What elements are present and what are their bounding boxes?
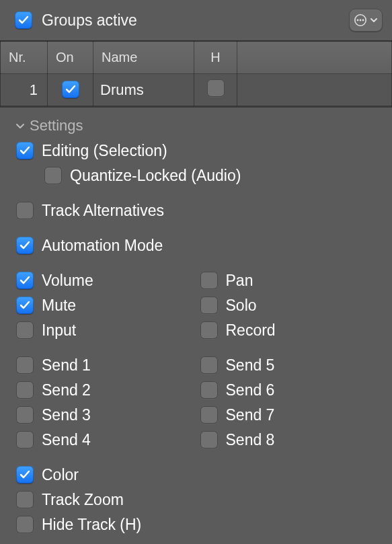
row-send8: Send 8 [200,428,378,452]
vol-pan-block: VolumeMuteInput PanSoloRecord [15,268,377,343]
send5-checkbox[interactable] [200,356,218,374]
more-icon [354,13,367,27]
solo-checkbox[interactable] [200,297,218,314]
col-header-nr[interactable]: Nr. [1,42,48,74]
row-solo: Solo [200,293,378,317]
row-record: Record [200,318,378,342]
hide-track-label: Hide Track (H) [42,516,141,534]
row-input: Input [16,318,194,342]
volume-label: Volume [42,272,93,290]
row-send6: Send 6 [200,378,378,402]
row-h-checkbox[interactable] [207,79,225,97]
record-label: Record [226,321,276,340]
send6-checkbox[interactable] [200,381,218,399]
svg-point-1 [357,20,359,22]
editing-checkbox[interactable] [16,142,34,159]
settings-header[interactable]: Settings [15,117,377,134]
groups-active-checkbox[interactable] [15,11,32,29]
volume-checkbox[interactable] [16,272,34,289]
send8-checkbox[interactable] [200,431,218,449]
send7-label: Send 7 [226,406,275,424]
table-row[interactable]: 1Drums [1,74,392,106]
cell-name[interactable]: Drums [93,74,194,106]
col-header-rest [237,42,392,74]
mute-checkbox[interactable] [16,297,34,314]
cell-h [194,74,237,106]
send2-label: Send 2 [42,381,91,399]
quantize-locked-label: Quantize-Locked (Audio) [70,167,241,185]
hide-track-checkbox[interactable] [16,516,34,533]
send7-checkbox[interactable] [200,406,218,424]
automation-mode-checkbox[interactable] [16,237,34,254]
row-automation-mode: Automation Mode [16,233,377,258]
send1-label: Send 1 [42,356,91,375]
row-editing: Editing (Selection) [16,139,377,163]
send1-checkbox[interactable] [16,356,34,374]
col-header-h[interactable]: H [194,42,237,74]
svg-point-2 [360,20,362,22]
col-header-name[interactable]: Name [93,42,194,74]
send3-checkbox[interactable] [16,406,34,424]
send4-checkbox[interactable] [16,431,34,449]
row-send5: Send 5 [200,353,378,377]
chevron-down-icon [15,120,26,131]
row-mute: Mute [16,293,194,317]
panel-header: Groups active [0,0,392,40]
chevron-down-icon [370,16,378,24]
cell-on [48,74,93,106]
solo-label: Solo [226,297,257,315]
row-color: Color [16,463,377,487]
send5-label: Send 5 [226,356,275,375]
row-hide-track: Hide Track (H) [16,512,377,537]
settings-section: Settings Editing (Selection) Quantize-Lo… [0,108,392,544]
send4-label: Send 4 [42,431,91,449]
row-quantize-locked: Quantize-Locked (Audio) [44,163,377,188]
row-send2: Send 2 [16,378,194,402]
pan-label: Pan [226,272,253,290]
input-label: Input [42,321,76,340]
row-send1: Send 1 [16,353,194,377]
settings-heading-label: Settings [30,117,83,134]
row-send3: Send 3 [16,403,194,427]
svg-point-3 [362,20,364,22]
row-volume: Volume [16,268,194,293]
quantize-locked-checkbox[interactable] [44,167,62,184]
color-label: Color [42,466,79,484]
color-checkbox[interactable] [16,466,34,483]
panel-options-menu-button[interactable] [349,9,383,32]
send8-label: Send 8 [226,431,275,449]
row-send4: Send 4 [16,428,194,452]
track-alternatives-checkbox[interactable] [16,202,34,219]
row-pan: Pan [200,268,378,293]
row-send7: Send 7 [200,403,378,427]
groups-active-label: Groups active [42,11,349,30]
track-alternatives-label: Track Alternatives [42,202,164,220]
track-zoom-label: Track Zoom [42,491,124,509]
mute-label: Mute [42,297,76,315]
row-track-zoom: Track Zoom [16,488,377,512]
group-inspector-panel: Groups active Nr. On Name H [0,0,392,544]
table-header-row: Nr. On Name H [1,42,392,74]
send3-label: Send 3 [42,406,91,424]
automation-mode-label: Automation Mode [42,237,163,255]
cell-rest [237,74,392,106]
input-checkbox[interactable] [16,321,34,339]
row-on-checkbox[interactable] [62,81,79,98]
row-track-alternatives: Track Alternatives [16,198,377,223]
track-zoom-checkbox[interactable] [16,491,34,508]
groups-table: Nr. On Name H 1Drums [0,40,392,108]
record-checkbox[interactable] [200,321,218,339]
cell-nr: 1 [1,74,48,106]
send2-checkbox[interactable] [16,381,34,399]
pan-checkbox[interactable] [200,272,218,289]
editing-label: Editing (Selection) [42,142,167,160]
col-header-on[interactable]: On [48,42,93,74]
sends-block: Send 1Send 2Send 3Send 4 Send 5Send 6Sen… [15,352,377,453]
send6-label: Send 6 [226,381,275,399]
